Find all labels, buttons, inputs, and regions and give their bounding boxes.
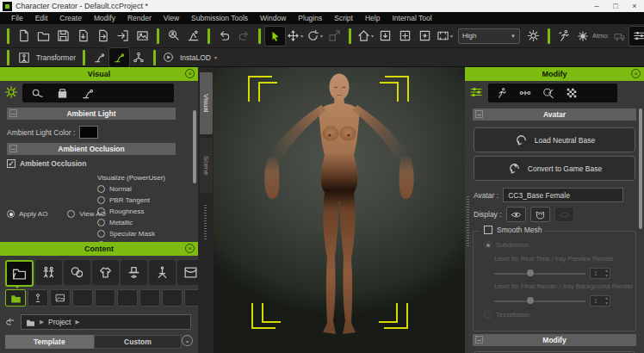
subcategory-empty-slot[interactable] — [72, 289, 93, 307]
category-prop-icon[interactable] — [149, 260, 176, 285]
category-cloth-icon[interactable] — [92, 260, 119, 285]
light-tab-icon[interactable] — [81, 87, 94, 100]
radio-normal[interactable] — [97, 185, 105, 193]
content-panel-close-icon[interactable]: × — [185, 244, 195, 253]
fit-view-button[interactable] — [415, 27, 435, 46]
viewport-3d[interactable] — [214, 67, 465, 353]
show-avatar-eye-icon[interactable] — [506, 207, 526, 222]
ambient-occlusion-checkbox[interactable]: ✓ — [7, 159, 15, 168]
center-pivot-button[interactable] — [395, 27, 415, 46]
scene-props-tab-icon[interactable] — [56, 87, 69, 100]
realtime-spinbox[interactable]: 1▲▼ — [590, 268, 610, 279]
render-settings-button[interactable] — [629, 27, 644, 46]
home-view-dropdown[interactable]: ▾ — [371, 33, 374, 39]
show-hidden-eye-icon[interactable] — [554, 207, 574, 222]
menu-view[interactable]: View — [158, 12, 185, 24]
rotate-tool-button[interactable]: ▾ — [305, 27, 325, 46]
quality-select[interactable]: High▼ — [458, 28, 520, 44]
character-model[interactable] — [214, 67, 465, 353]
modify-scrollbar[interactable] — [639, 108, 642, 229]
tab-template[interactable]: Template — [5, 335, 94, 349]
camera-tab-icon[interactable] — [31, 87, 44, 100]
avatar-name-field[interactable]: CC3_Base Female — [503, 188, 623, 202]
minimize-button[interactable]: – — [587, 0, 606, 12]
load-neutral-base-button[interactable]: Load Neutral Base — [474, 127, 635, 152]
lighting-button[interactable] — [523, 27, 543, 46]
expand-panel-icon[interactable]: ⌄ — [182, 335, 193, 346]
export-button[interactable] — [93, 27, 113, 46]
subcategory-empty-slot[interactable] — [162, 289, 183, 307]
scale-tool-button[interactable] — [325, 27, 344, 46]
morph-tab-icon[interactable] — [519, 87, 531, 99]
modify-section-header[interactable]: – Modify — [473, 334, 636, 346]
save-project-button[interactable] — [53, 27, 73, 46]
atmosphere-button[interactable] — [574, 27, 591, 46]
modify-drag-handle[interactable] — [467, 196, 469, 248]
subcategory-empty-slot[interactable] — [95, 289, 115, 307]
subcategory-empty-slot[interactable] — [117, 289, 138, 307]
menu-plugins[interactable]: Plugins — [292, 12, 328, 24]
select-tool-button[interactable] — [265, 27, 285, 46]
radio-specular-mask[interactable] — [97, 230, 105, 238]
import-content-button[interactable] — [375, 27, 395, 46]
export-fbx-button[interactable] — [113, 27, 133, 46]
redo-button[interactable] — [234, 27, 254, 46]
ambient-occlusion-section-header[interactable]: – Ambient Occlusion — [7, 143, 176, 155]
breadcrumb-project[interactable]: Project — [48, 318, 71, 326]
new-project-button[interactable] — [14, 27, 34, 46]
category-accessory-icon[interactable] — [121, 260, 147, 285]
edit-pose-button[interactable] — [90, 48, 109, 67]
final-spinbox[interactable]: 1▲▼ — [590, 295, 610, 307]
radio-metallic[interactable] — [97, 219, 105, 226]
attributes-tab-icon[interactable] — [469, 85, 483, 99]
motion-button[interactable] — [554, 27, 574, 46]
home-view-button[interactable]: ▾ — [356, 27, 375, 46]
visual-panel-close-icon[interactable]: × — [185, 69, 195, 78]
safe-frame-button[interactable]: ▾ — [435, 27, 455, 46]
breadcrumb-back-icon[interactable] — [5, 317, 16, 328]
close-button[interactable]: × — [625, 0, 644, 12]
visual-scrollbar[interactable] — [193, 110, 196, 183]
category-actor-icon[interactable] — [35, 260, 62, 285]
undo-button[interactable] — [214, 27, 234, 46]
texture-tab-icon[interactable] — [566, 87, 578, 99]
menu-modify[interactable]: Modify — [88, 12, 121, 24]
display-settings-icon[interactable] — [4, 85, 18, 99]
subcategory-empty-slot[interactable] — [139, 289, 160, 307]
category-material-icon[interactable] — [64, 260, 90, 285]
render-image-button[interactable] — [133, 27, 152, 46]
menu-submission-tools[interactable]: Submission Tools — [185, 12, 254, 24]
tab-custom[interactable]: Custom — [94, 335, 183, 349]
menu-create[interactable]: Create — [53, 12, 88, 24]
maximize-button[interactable]: □ — [606, 0, 625, 12]
collapse-icon[interactable]: – — [9, 145, 17, 152]
breadcrumb[interactable]: ▶ Project ▶ — [21, 314, 191, 330]
dock-tab-visual[interactable]: Visual — [200, 72, 213, 134]
menu-file[interactable]: File — [5, 12, 29, 24]
radio-pbr-tangent[interactable] — [97, 196, 105, 204]
move-tool-button[interactable]: ▾ — [285, 27, 305, 46]
dock-tab-scene[interactable]: Scene — [200, 138, 213, 193]
transformer-button[interactable]: Transformer — [36, 53, 76, 62]
final-slider[interactable] — [494, 300, 585, 302]
avatar-section-header[interactable]: – Avatar — [473, 108, 636, 121]
category-project-icon[interactable] — [5, 260, 34, 287]
material-tab-icon[interactable] — [542, 87, 554, 99]
tessellation-radio[interactable] — [484, 311, 492, 319]
subcategory-folder-icon[interactable] — [5, 289, 26, 307]
menu-internal-tool[interactable]: Internal Tool — [386, 12, 437, 24]
convert-to-game-base-button[interactable]: Convert to Game Base — [474, 156, 635, 181]
apply-ao-radio[interactable] — [7, 210, 15, 218]
show-mask-icon[interactable] — [530, 207, 550, 222]
smooth-mesh-checkbox[interactable]: ✓ — [484, 226, 492, 234]
menu-window[interactable]: Window — [254, 12, 292, 24]
menu-script[interactable]: Script — [328, 12, 359, 24]
instalod-dropdown[interactable]: ▾ — [214, 54, 217, 60]
modify-panel-close-icon[interactable]: × — [631, 69, 641, 78]
modify-panel-header[interactable]: Modify × — [465, 67, 644, 81]
import-button[interactable] — [73, 27, 93, 46]
animation-tab-icon[interactable] — [496, 87, 508, 99]
calibration-pose-button[interactable] — [183, 27, 203, 46]
collapse-icon[interactable]: – — [475, 110, 483, 118]
subcategory-avatar-icon[interactable] — [28, 289, 48, 307]
